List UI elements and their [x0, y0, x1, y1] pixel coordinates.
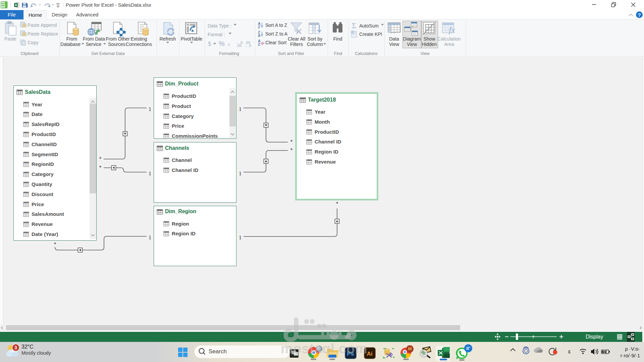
svg-text:,: , [228, 38, 230, 47]
svg-text:?: ? [638, 12, 641, 18]
svg-text:Z: Z [258, 25, 260, 29]
svg-text:→.0: →.0 [245, 44, 251, 48]
svg-text:$: $ [208, 40, 211, 47]
svg-text:Z: Z [258, 42, 260, 46]
svg-text:A: A [258, 34, 261, 38]
svg-text:Σ: Σ [352, 21, 356, 30]
svg-text:mostaql.com: mostaql.com [281, 341, 367, 356]
svg-text:%: % [219, 40, 225, 47]
svg-text:fx: fx [449, 25, 455, 35]
svg-text:.00: .00 [236, 44, 241, 48]
